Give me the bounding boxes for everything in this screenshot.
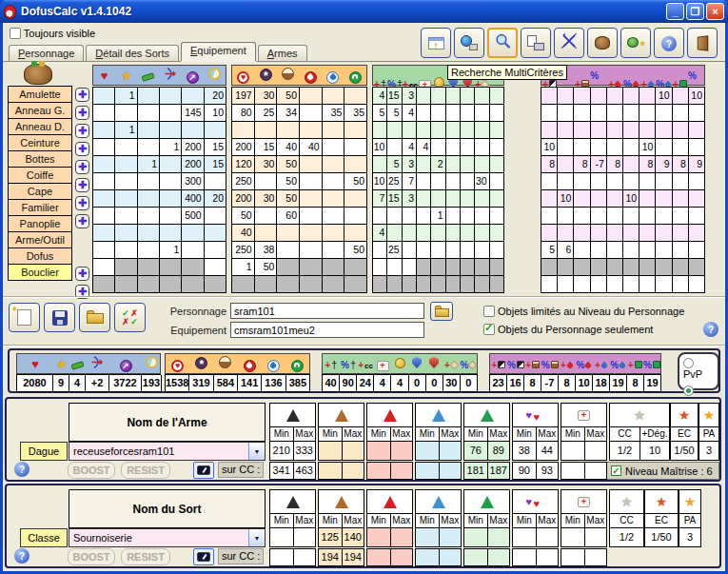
add-item-button[interactable]: ✚ — [75, 178, 89, 192]
limit-level-option[interactable]: Objets limités au Niveau du Personnage — [483, 306, 684, 317]
spell-select[interactable]: Sournoiserie ▼ — [69, 528, 266, 547]
web-transfer-icon — [461, 35, 478, 50]
mastery-checkbox[interactable]: ✓ — [611, 465, 621, 476]
pvp-radio[interactable] — [683, 358, 694, 368]
add-item-button[interactable]: ✚ — [75, 142, 89, 156]
exit-door-button[interactable] — [687, 28, 718, 58]
weapon-select[interactable]: receuseforcesram101 ▼ — [69, 442, 266, 461]
add-item-button[interactable]: ✚ — [75, 106, 89, 120]
spell-gauge-button[interactable] — [193, 548, 214, 565]
equip-cell — [574, 276, 590, 293]
maximize-button[interactable]: ❐ — [686, 3, 704, 20]
tab-equipement[interactable]: Equipement — [181, 42, 256, 61]
add-item-button[interactable]: ✚ — [75, 196, 89, 210]
chevron-down-icon[interactable]: ▼ — [248, 443, 265, 460]
pvp-option[interactable]: PvP — [683, 357, 714, 380]
mastery-box[interactable]: ✓Niveau Maîtrise : 6 — [606, 462, 719, 480]
initiative-icon: ↗ — [120, 355, 132, 372]
equip-cell: 15 — [205, 156, 226, 173]
stats-values-combat: 4090244400300 — [322, 374, 478, 392]
equip-cell: 200 — [182, 139, 204, 156]
fire-icon — [367, 490, 412, 513]
add-item-button[interactable]: ✚ — [75, 88, 89, 102]
multi-search-button[interactable] — [487, 28, 518, 58]
add-slot: ✚ — [74, 160, 90, 177]
equip-cell — [591, 259, 607, 276]
tab-personnage[interactable]: Personnage — [9, 45, 84, 61]
browse-button[interactable] — [430, 302, 453, 321]
always-visible-option[interactable]: Toujours visible — [10, 28, 95, 39]
equip-cell — [446, 259, 461, 276]
weapon-help-icon[interactable]: ? — [14, 462, 30, 477]
water-min — [416, 528, 439, 546]
tab-armes[interactable]: Armes — [258, 45, 307, 61]
weapon-resist-button[interactable]: RESIST — [121, 462, 170, 479]
add-slot: ✚ — [74, 196, 90, 213]
window-restore-button[interactable]: ↑ — [421, 28, 451, 58]
limit-level-checkbox[interactable] — [483, 306, 495, 317]
equip-cell — [446, 225, 461, 242]
shovel-icon — [142, 67, 154, 84]
open-button[interactable] — [79, 303, 110, 332]
equip-cell — [656, 105, 672, 122]
items-bag-button[interactable] — [587, 28, 618, 58]
minimize-button[interactable]: _ — [666, 3, 684, 20]
equip-cell — [656, 122, 672, 139]
intelligence-icon — [244, 355, 256, 372]
max-header: Max — [439, 514, 462, 527]
always-visible-checkbox[interactable] — [10, 28, 21, 39]
spell-help-icon[interactable]: ? — [14, 548, 30, 564]
spell-resist-button[interactable]: RESIST — [121, 548, 170, 565]
stat-value: 4 — [69, 375, 86, 392]
add-item-button[interactable]: ✚ — [75, 124, 89, 138]
earth-icon — [319, 404, 364, 426]
stat-value: 30 — [443, 375, 461, 392]
help-ball-icon[interactable]: ? — [703, 322, 718, 337]
equip-cell — [232, 122, 255, 139]
add-slot — [74, 248, 90, 266]
min-header: Min — [464, 514, 487, 527]
equip-cell: 40 — [232, 225, 255, 242]
stat-value: 2080 — [17, 375, 53, 392]
add-item-button[interactable]: ✚ — [75, 160, 89, 174]
stats-values-caracs: 1538319584141136385 — [165, 374, 310, 392]
creature-settings-button[interactable]: * — [620, 28, 651, 58]
crossed-tools-button[interactable] — [554, 28, 584, 58]
equip-cell — [689, 208, 705, 225]
add-item-button[interactable]: ✚ — [75, 267, 89, 281]
print-preview-button[interactable] — [521, 28, 551, 58]
chevron-down-icon[interactable]: ▼ — [248, 529, 265, 546]
equip-cell — [461, 225, 475, 242]
validate-button[interactable]: ✓✗✗✓ — [114, 303, 146, 332]
personnage-input[interactable] — [230, 303, 424, 319]
weapon-gauge-button[interactable] — [193, 462, 214, 479]
equip-cell — [115, 242, 137, 259]
pvm-radio[interactable] — [683, 386, 694, 396]
spell-boost-button[interactable]: BOOST — [68, 548, 115, 565]
equipement-input[interactable] — [230, 322, 424, 338]
equip-cell — [541, 225, 558, 242]
new-button[interactable]: * — [9, 303, 40, 332]
weapon-boost-button[interactable]: BOOST — [68, 462, 115, 479]
add-item-button[interactable]: ✚ — [75, 214, 89, 228]
help-button[interactable]: ? — [654, 28, 684, 58]
add-slot: ✚ — [74, 88, 90, 105]
equip-cell — [323, 88, 345, 105]
close-button[interactable]: × — [706, 3, 724, 20]
equip-cell — [431, 259, 445, 276]
web-transfer-button[interactable] — [454, 28, 484, 58]
tab-d-tail-des-sorts[interactable]: Détail des Sorts — [86, 45, 179, 61]
spell-slot-label: Classe — [20, 528, 68, 547]
equip-cell — [431, 225, 445, 242]
neutral-min — [270, 528, 293, 546]
equip-cell — [639, 225, 656, 242]
equip-cell — [255, 208, 278, 225]
equip-cell — [639, 276, 656, 293]
equip-cell — [639, 88, 656, 105]
equip-cell: 30 — [255, 88, 278, 105]
save-button[interactable] — [44, 303, 75, 332]
own-items-option[interactable]: Objets du Personnage seulement — [483, 324, 653, 335]
min-header: Min — [367, 514, 390, 527]
equip-cell — [673, 122, 689, 139]
own-items-checkbox[interactable] — [483, 324, 495, 335]
